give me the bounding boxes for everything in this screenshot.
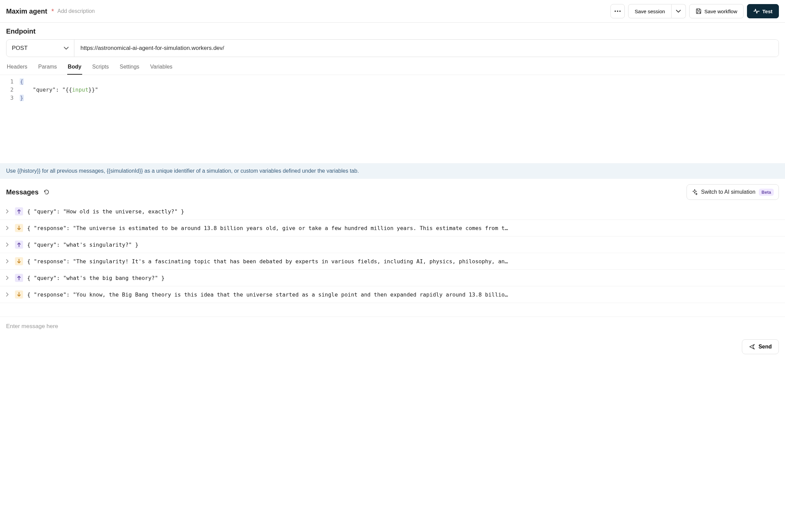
response-direction-badge [15, 224, 23, 232]
chevron-down-icon [676, 10, 681, 13]
svg-point-1 [617, 11, 618, 12]
test-button[interactable]: Test [747, 4, 779, 18]
top-actions: Save session Save workflow Test [610, 4, 779, 18]
save-session-dropdown[interactable] [672, 4, 686, 18]
message-text: { "query": "what's singularity?" } [27, 242, 139, 248]
tab-variables[interactable]: Variables [149, 61, 173, 75]
http-method-value: POST [12, 45, 28, 52]
arrow-up-icon [17, 209, 21, 214]
request-direction-badge [15, 241, 23, 249]
endpoint-section-title: Endpoint [6, 27, 779, 35]
more-icon [615, 11, 621, 12]
message-row[interactable]: { "query": "How old is the universe, exa… [0, 203, 785, 220]
activity-icon [753, 8, 760, 14]
tab-scripts[interactable]: Scripts [92, 61, 110, 75]
message-text: { "query": "How old is the universe, exa… [27, 208, 184, 215]
chevron-right-icon[interactable] [6, 243, 11, 247]
endpoint-url-input[interactable] [74, 40, 779, 57]
message-input[interactable] [6, 323, 779, 330]
beta-badge: Beta [759, 189, 774, 196]
chevron-right-icon[interactable] [6, 259, 11, 263]
chevron-right-icon[interactable] [6, 276, 11, 280]
save-session-group: Save session [628, 4, 686, 18]
arrow-up-icon [17, 276, 21, 280]
message-row[interactable]: { "query": "what's the big bang theory?"… [0, 270, 785, 286]
brace-close: } [20, 95, 24, 101]
more-menu-button[interactable] [610, 4, 625, 18]
message-text: { "response": "The universe is estimated… [27, 225, 508, 231]
code-line: 1 { [6, 78, 779, 87]
tab-headers[interactable]: Headers [6, 61, 28, 75]
arrow-down-icon [17, 259, 21, 264]
refresh-button[interactable] [43, 189, 50, 195]
endpoint-row: POST [0, 37, 785, 57]
http-method-select[interactable]: POST [6, 40, 74, 57]
request-tabs: Headers Params Body Scripts Settings Var… [0, 57, 785, 75]
svg-point-0 [615, 11, 616, 12]
line-number: 3 [6, 95, 20, 103]
switch-to-ai-simulation-button[interactable]: Switch to AI simulation Beta [687, 184, 779, 200]
chevron-right-icon[interactable] [6, 226, 11, 230]
messages-title: Messages [6, 188, 39, 196]
add-description[interactable]: Add description [57, 8, 95, 14]
variables-hint: Use {{history}} for all previous message… [0, 163, 785, 179]
messages-header: Messages Switch to AI simulation Beta [0, 179, 785, 200]
send-button[interactable]: Send [742, 339, 779, 354]
open-bind: "{{ [62, 87, 72, 93]
request-direction-badge [15, 274, 23, 282]
agent-title[interactable]: Maxim agent [6, 7, 47, 15]
endpoint-box: POST [6, 39, 779, 57]
message-text: { "query": "what's the big bang theory?"… [27, 275, 165, 281]
send-row: Send [6, 339, 779, 354]
top-bar: Maxim agent* Add description Save sessio… [0, 0, 785, 23]
save-icon [696, 8, 702, 14]
brace-open: { [20, 78, 24, 85]
chevron-right-icon[interactable] [6, 209, 11, 213]
sparkles-icon [692, 189, 698, 195]
svg-point-2 [619, 11, 621, 12]
body-editor[interactable]: 1 { 2 "query": "{{input}}" 3 } [0, 75, 785, 163]
message-text: { "response": "You know, the Big Bang th… [27, 291, 508, 298]
save-workflow-button[interactable]: Save workflow [689, 4, 744, 18]
line-number: 1 [6, 78, 20, 87]
close-bind: }}" [88, 87, 98, 93]
request-direction-badge [15, 207, 23, 215]
send-label: Send [759, 344, 772, 350]
message-row[interactable]: { "query": "what's singularity?" } [0, 236, 785, 253]
chevron-down-icon [64, 47, 69, 50]
arrow-down-icon [17, 226, 21, 230]
message-input-area: Send [0, 317, 785, 360]
code-line: 2 "query": "{{input}}" [6, 87, 779, 95]
line-number: 2 [6, 87, 20, 95]
save-session-label: Save session [635, 8, 665, 14]
response-direction-badge [15, 257, 23, 265]
tab-settings[interactable]: Settings [119, 61, 140, 75]
messages-list: { "query": "How old is the universe, exa… [0, 203, 785, 303]
message-row[interactable]: { "response": "The universe is estimated… [0, 220, 785, 236]
tab-body[interactable]: Body [67, 61, 82, 75]
test-label: Test [762, 8, 772, 14]
json-key: "query" [33, 87, 56, 93]
save-session-button[interactable]: Save session [628, 4, 671, 18]
code-line: 3 } [6, 95, 779, 103]
arrow-down-icon [17, 292, 21, 297]
title-wrap: Maxim agent* Add description [6, 7, 95, 15]
switch-to-ai-label: Switch to AI simulation [701, 189, 755, 195]
message-text: { "response": "The singularity! It's a f… [27, 258, 508, 265]
message-row[interactable]: { "response": "The singularity! It's a f… [0, 253, 785, 270]
tab-params[interactable]: Params [37, 61, 57, 75]
chevron-right-icon[interactable] [6, 292, 11, 297]
save-workflow-label: Save workflow [705, 8, 737, 14]
response-direction-badge [15, 290, 23, 299]
send-icon [749, 344, 755, 350]
arrow-up-icon [17, 242, 21, 247]
template-variable: input [72, 87, 88, 93]
message-row[interactable]: { "response": "You know, the Big Bang th… [0, 286, 785, 303]
unsaved-indicator: * [51, 7, 54, 15]
endpoint-section: Endpoint [0, 23, 785, 37]
refresh-icon [43, 189, 50, 195]
